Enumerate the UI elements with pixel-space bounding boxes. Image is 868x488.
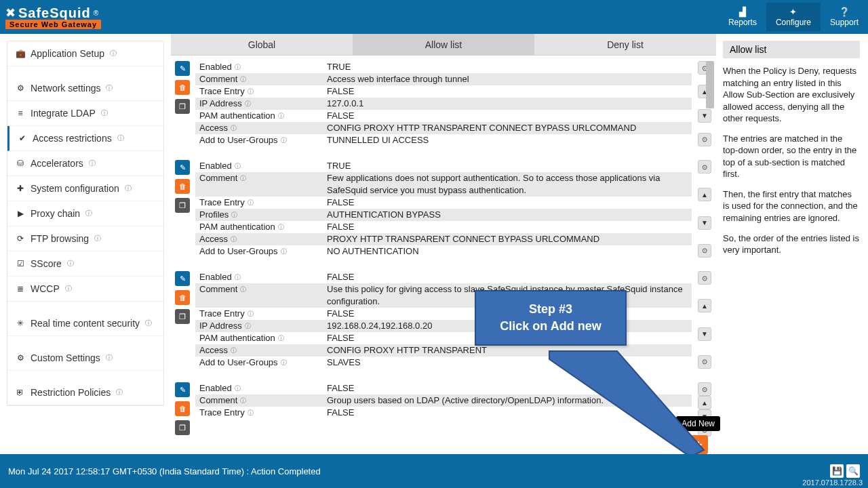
sidebar-item-network-settings[interactable]: ⚙Network settingsⓘ [7, 76, 163, 101]
info-icon: ⓘ [116, 388, 123, 397]
info-icon: ⓘ [245, 320, 251, 332]
tab-allow-list[interactable]: Allow list [353, 34, 534, 55]
sidebar-item-restriction-policies[interactable]: ⛨Restriction Policiesⓘ [7, 380, 163, 405]
rule-row-value: CONFIG PROXY HTTP TRANSPARENT CONNECT BY… [323, 122, 692, 134]
info-icon: ⓘ [231, 344, 237, 357]
clone-button[interactable]: ❐ [175, 198, 190, 213]
rule-row: Comment ⓘAccess web interface through tu… [195, 73, 692, 85]
sidebar-item-label: SScore [31, 258, 62, 269]
sidebar-item-real-time-content-security[interactable]: ✳Real time content securityⓘ [7, 311, 163, 336]
sidebar-item-icon: ✔ [18, 134, 27, 143]
nav-label: Support [830, 18, 859, 27]
scrollbar-thumb[interactable] [706, 61, 714, 108]
delete-button[interactable]: 🗑 [175, 80, 190, 95]
rule-row-value: FALSE [323, 85, 692, 98]
callout-line1: Step #3 [483, 301, 618, 318]
rule-row: PAM authentication ⓘFALSE [195, 221, 692, 233]
rule-row-value: FALSE [323, 221, 692, 233]
info-icon: ⓘ [240, 73, 246, 85]
tab-global[interactable]: Global [171, 34, 353, 55]
delete-button[interactable]: 🗑 [175, 290, 190, 305]
rule-row-value: TRUE [323, 61, 692, 73]
sidebar-item-label: Integrate LDAP [31, 108, 96, 119]
tabs: Global Allow list Deny list [171, 34, 716, 56]
sidebar-item-icon: ⟳ [16, 234, 25, 243]
search-button[interactable]: 🔍 [846, 464, 860, 478]
sidebar-item-label: Accelerators [31, 158, 83, 169]
delete-button[interactable]: 🗑 [175, 401, 190, 416]
sidebar-item-proxy-chain[interactable]: ▶Proxy chainⓘ [7, 201, 163, 226]
footer: Mon Jul 24 2017 12:58:17 GMT+0530 (India… [0, 454, 868, 488]
nav-label: Configure [776, 18, 811, 27]
info-icon: ⓘ [235, 382, 241, 394]
edit-button[interactable]: ✎ [175, 61, 190, 76]
sidebar-item-label: Access restrictions [33, 133, 112, 144]
nav-reports[interactable]: ▟ Reports [719, 3, 766, 31]
edit-button[interactable]: ✎ [175, 382, 190, 397]
info-icon: ⓘ [89, 159, 96, 168]
callout-arrow-icon [549, 351, 719, 466]
sidebar-item-integrate-ldap[interactable]: ≡Integrate LDAPⓘ [7, 101, 163, 126]
sidebar-item-access-restrictions[interactable]: ✔Access restrictionsⓘ [7, 126, 163, 151]
edit-button[interactable]: ✎ [175, 160, 190, 175]
callout-line2: Click on Add new [483, 318, 618, 335]
rule-row-value: PROXY HTTP TRANSPARENT CONNECT BYPASS UR… [323, 233, 692, 245]
rule-row-label: IP Address ⓘ [195, 98, 323, 110]
clone-button[interactable]: ❐ [175, 99, 190, 114]
sidebar-item-label: FTP browsing [31, 233, 89, 244]
rule-row: Add to User-Groups ⓘNO AUTHENTICATION [195, 245, 692, 258]
sidebar-item-label: Network settings [31, 83, 100, 94]
sidebar-item-application-setup[interactable]: 💼Application Setupⓘ [7, 41, 163, 66]
nav-support[interactable]: ❔ Support [821, 3, 868, 31]
clone-button[interactable]: ❐ [175, 309, 190, 324]
sidebar-item-ftp-browsing[interactable]: ⟳FTP browsingⓘ [7, 226, 163, 251]
info-icon: ⓘ [106, 353, 113, 363]
nav-configure[interactable]: ✦ Configure [766, 3, 821, 31]
rule-row: Access ⓘCONFIG PROXY HTTP TRANSPARENT CO… [195, 122, 692, 134]
edit-button[interactable]: ✎ [175, 271, 190, 286]
sidebar-item-accelerators[interactable]: ⛁Acceleratorsⓘ [7, 151, 163, 176]
sidebar-item-label: WCCP [31, 283, 60, 294]
sidebar-item-system-configuration[interactable]: ✚System configurationⓘ [7, 176, 163, 201]
rule-row: Trace Entry ⓘFALSE [195, 85, 692, 98]
clone-button[interactable]: ❐ [175, 420, 190, 435]
rule-row-value: TUNNELLED UI ACCESS [323, 134, 692, 146]
info-icon: ⓘ [248, 197, 254, 209]
status-text: Mon Jul 24 2017 12:58:17 GMT+0530 (India… [8, 466, 321, 476]
info-icon: ⓘ [101, 108, 108, 118]
rule-row-value: Few applications does not support authen… [323, 172, 692, 197]
info-icon: ⓘ [235, 160, 241, 172]
help-title: Allow list [723, 41, 860, 58]
rule-row-label: Comment ⓘ [195, 73, 323, 85]
rule-row-label: Enabled ⓘ [195, 61, 323, 73]
sidebar-item-custom-settings[interactable]: ⚙Custom Settingsⓘ [7, 346, 163, 371]
rule-rows: Enabled ⓘTRUEComment ⓘFew applications d… [195, 160, 692, 258]
rule-actions: ✎🗑❐ [175, 61, 190, 146]
sidebar-item-icon: ⛁ [16, 159, 25, 168]
rule-row: Enabled ⓘFALSE [195, 271, 692, 283]
rule-row-value: TRUE [323, 160, 692, 172]
info-icon: ⓘ [278, 221, 284, 233]
sidebar-item-sscore[interactable]: ☑SScoreⓘ [7, 251, 163, 277]
info-icon: ⓘ [248, 85, 254, 98]
help-panel: Allow list When the Policy is Deny, requ… [716, 34, 867, 454]
rule-row: Comment ⓘFew applications does not suppo… [195, 172, 692, 197]
info-icon: ⓘ [106, 83, 113, 93]
info-icon: ⓘ [240, 172, 246, 184]
rule-row: Enabled ⓘTRUE [195, 61, 692, 73]
sidebar-item-wccp[interactable]: ≣WCCPⓘ [7, 277, 163, 302]
save-button[interactable]: 💾 [830, 464, 844, 478]
rule-row-value: Access web interface through tunnel [323, 73, 692, 85]
rule-row: Enabled ⓘTRUE [195, 160, 692, 172]
rule-row-label: Access ⓘ [195, 344, 323, 357]
rule-row-label: Add to User-Groups ⓘ [195, 245, 323, 258]
rule-row-label: IP Address ⓘ [195, 320, 323, 332]
brand-logo-icon: ✖ [5, 5, 16, 20]
info-icon: ⓘ [278, 332, 284, 344]
tab-deny-list[interactable]: Deny list [534, 34, 716, 55]
rule-row-label: Enabled ⓘ [195, 271, 323, 283]
info-icon: ⓘ [281, 245, 287, 258]
info-icon: ⓘ [248, 308, 254, 320]
delete-button[interactable]: 🗑 [175, 179, 190, 194]
sidebar-item-icon: 💼 [16, 49, 25, 58]
